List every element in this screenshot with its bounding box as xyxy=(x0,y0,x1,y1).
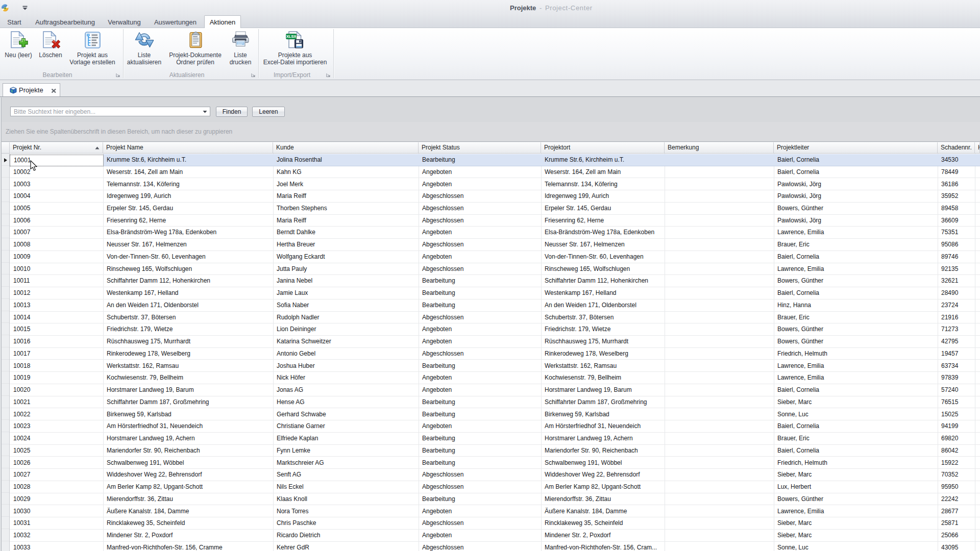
svg-text:XLSX: XLSX xyxy=(286,34,297,39)
